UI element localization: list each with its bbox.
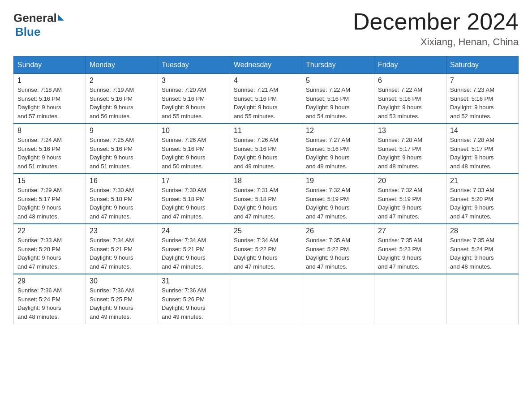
col-friday: Friday: [374, 56, 446, 74]
calendar-day-cell: 26Sunrise: 7:35 AMSunset: 5:22 PMDayligh…: [302, 224, 374, 274]
col-saturday: Saturday: [446, 56, 519, 74]
calendar-day-cell: 24Sunrise: 7:34 AMSunset: 5:21 PMDayligh…: [158, 224, 230, 274]
day-info: Sunrise: 7:23 AMSunset: 5:16 PMDaylight:…: [450, 86, 515, 120]
calendar-day-cell: 1Sunrise: 7:18 AMSunset: 5:16 PMDaylight…: [14, 74, 86, 124]
day-number: 17: [162, 177, 226, 185]
calendar-day-cell: 28Sunrise: 7:35 AMSunset: 5:24 PMDayligh…: [446, 224, 519, 274]
calendar-body: 1Sunrise: 7:18 AMSunset: 5:16 PMDaylight…: [14, 74, 519, 324]
day-number: 18: [234, 177, 298, 185]
day-number: 21: [450, 177, 515, 185]
day-info: Sunrise: 7:34 AMSunset: 5:21 PMDaylight:…: [90, 236, 154, 271]
calendar-day-cell: 12Sunrise: 7:27 AMSunset: 5:16 PMDayligh…: [302, 124, 374, 174]
calendar-day-cell: 19Sunrise: 7:32 AMSunset: 5:19 PMDayligh…: [302, 174, 374, 224]
day-info: Sunrise: 7:26 AMSunset: 5:16 PMDaylight:…: [162, 136, 226, 171]
calendar-day-cell: 22Sunrise: 7:33 AMSunset: 5:20 PMDayligh…: [14, 224, 86, 274]
day-number: 31: [162, 277, 226, 285]
day-number: 19: [306, 177, 370, 185]
day-info: Sunrise: 7:33 AMSunset: 5:20 PMDaylight:…: [17, 236, 82, 271]
calendar-day-cell: 3Sunrise: 7:20 AMSunset: 5:16 PMDaylight…: [158, 74, 230, 124]
calendar-day-cell: 17Sunrise: 7:30 AMSunset: 5:18 PMDayligh…: [158, 174, 230, 224]
calendar-table: Sunday Monday Tuesday Wednesday Thursday…: [13, 56, 519, 324]
day-number: 2: [90, 77, 154, 85]
day-number: 3: [162, 77, 226, 85]
day-number: 23: [90, 227, 154, 235]
day-number: 9: [90, 127, 154, 135]
day-number: 8: [17, 127, 82, 135]
day-number: 13: [378, 127, 442, 135]
calendar-day-cell: 5Sunrise: 7:22 AMSunset: 5:16 PMDaylight…: [302, 74, 374, 124]
day-number: 7: [450, 77, 515, 85]
col-monday: Monday: [86, 56, 158, 74]
calendar-day-cell: [374, 274, 446, 324]
calendar-week-row: 15Sunrise: 7:29 AMSunset: 5:17 PMDayligh…: [14, 174, 519, 224]
day-number: 11: [234, 127, 298, 135]
day-number: 27: [378, 227, 442, 235]
calendar-day-cell: 20Sunrise: 7:32 AMSunset: 5:19 PMDayligh…: [374, 174, 446, 224]
col-wednesday: Wednesday: [230, 56, 302, 74]
calendar-day-cell: 25Sunrise: 7:34 AMSunset: 5:22 PMDayligh…: [230, 224, 302, 274]
calendar-day-cell: 13Sunrise: 7:28 AMSunset: 5:17 PMDayligh…: [374, 124, 446, 174]
page-header: GeneralBlue December 2024 Xixiang, Henan…: [13, 9, 519, 48]
day-info: Sunrise: 7:34 AMSunset: 5:21 PMDaylight:…: [162, 236, 226, 271]
calendar-day-cell: 7Sunrise: 7:23 AMSunset: 5:16 PMDaylight…: [446, 74, 519, 124]
day-info: Sunrise: 7:33 AMSunset: 5:20 PMDaylight:…: [450, 186, 515, 221]
day-number: 30: [90, 277, 154, 285]
calendar-week-row: 1Sunrise: 7:18 AMSunset: 5:16 PMDaylight…: [14, 74, 519, 124]
calendar-day-cell: 23Sunrise: 7:34 AMSunset: 5:21 PMDayligh…: [86, 224, 158, 274]
day-number: 6: [378, 77, 442, 85]
day-info: Sunrise: 7:18 AMSunset: 5:16 PMDaylight:…: [17, 86, 82, 120]
day-info: Sunrise: 7:19 AMSunset: 5:16 PMDaylight:…: [90, 86, 154, 120]
calendar-day-cell: 27Sunrise: 7:35 AMSunset: 5:23 PMDayligh…: [374, 224, 446, 274]
calendar-day-cell: 9Sunrise: 7:25 AMSunset: 5:16 PMDaylight…: [86, 124, 158, 174]
calendar-day-cell: 31Sunrise: 7:36 AMSunset: 5:26 PMDayligh…: [158, 274, 230, 324]
calendar-day-cell: 4Sunrise: 7:21 AMSunset: 5:16 PMDaylight…: [230, 74, 302, 124]
calendar-day-cell: 2Sunrise: 7:19 AMSunset: 5:16 PMDaylight…: [86, 74, 158, 124]
calendar-day-cell: 11Sunrise: 7:26 AMSunset: 5:16 PMDayligh…: [230, 124, 302, 174]
day-number: 24: [162, 227, 226, 235]
logo-triangle-icon: [58, 14, 64, 21]
day-info: Sunrise: 7:31 AMSunset: 5:18 PMDaylight:…: [234, 186, 298, 221]
day-info: Sunrise: 7:32 AMSunset: 5:19 PMDaylight:…: [378, 186, 442, 221]
calendar-day-cell: 16Sunrise: 7:30 AMSunset: 5:18 PMDayligh…: [86, 174, 158, 224]
day-number: 5: [306, 77, 370, 85]
calendar-day-cell: [302, 274, 374, 324]
calendar-day-cell: 14Sunrise: 7:28 AMSunset: 5:17 PMDayligh…: [446, 124, 519, 174]
day-number: 15: [17, 177, 82, 185]
calendar-day-cell: [446, 274, 519, 324]
day-info: Sunrise: 7:26 AMSunset: 5:16 PMDaylight:…: [234, 136, 298, 171]
day-info: Sunrise: 7:35 AMSunset: 5:22 PMDaylight:…: [306, 236, 370, 271]
day-info: Sunrise: 7:35 AMSunset: 5:24 PMDaylight:…: [450, 236, 515, 271]
col-sunday: Sunday: [14, 56, 86, 74]
day-info: Sunrise: 7:21 AMSunset: 5:16 PMDaylight:…: [234, 86, 298, 120]
calendar-header: Sunday Monday Tuesday Wednesday Thursday…: [14, 56, 519, 74]
day-info: Sunrise: 7:29 AMSunset: 5:17 PMDaylight:…: [17, 186, 82, 221]
day-info: Sunrise: 7:34 AMSunset: 5:22 PMDaylight:…: [234, 236, 298, 271]
calendar-day-cell: 18Sunrise: 7:31 AMSunset: 5:18 PMDayligh…: [230, 174, 302, 224]
day-number: 12: [306, 127, 370, 135]
day-info: Sunrise: 7:30 AMSunset: 5:18 PMDaylight:…: [162, 186, 226, 221]
day-number: 22: [17, 227, 82, 235]
header-row: Sunday Monday Tuesday Wednesday Thursday…: [14, 56, 519, 74]
calendar-week-row: 29Sunrise: 7:36 AMSunset: 5:24 PMDayligh…: [14, 274, 519, 324]
calendar-day-cell: 6Sunrise: 7:22 AMSunset: 5:16 PMDaylight…: [374, 74, 446, 124]
calendar-week-row: 22Sunrise: 7:33 AMSunset: 5:20 PMDayligh…: [14, 224, 519, 274]
day-info: Sunrise: 7:35 AMSunset: 5:23 PMDaylight:…: [378, 236, 442, 271]
day-number: 20: [378, 177, 442, 185]
day-number: 26: [306, 227, 370, 235]
logo-text-general: General: [13, 11, 57, 25]
day-number: 28: [450, 227, 515, 235]
col-thursday: Thursday: [302, 56, 374, 74]
logo-text-blue: Blue: [15, 25, 40, 39]
day-info: Sunrise: 7:32 AMSunset: 5:19 PMDaylight:…: [306, 186, 370, 221]
day-number: 4: [234, 77, 298, 85]
day-info: Sunrise: 7:20 AMSunset: 5:16 PMDaylight:…: [162, 86, 226, 120]
calendar-week-row: 8Sunrise: 7:24 AMSunset: 5:16 PMDaylight…: [14, 124, 519, 174]
calendar-day-cell: 15Sunrise: 7:29 AMSunset: 5:17 PMDayligh…: [14, 174, 86, 224]
day-info: Sunrise: 7:28 AMSunset: 5:17 PMDaylight:…: [450, 136, 515, 171]
day-number: 14: [450, 127, 515, 135]
calendar-day-cell: 30Sunrise: 7:36 AMSunset: 5:25 PMDayligh…: [86, 274, 158, 324]
day-info: Sunrise: 7:36 AMSunset: 5:26 PMDaylight:…: [162, 286, 226, 321]
day-info: Sunrise: 7:24 AMSunset: 5:16 PMDaylight:…: [17, 136, 82, 171]
day-info: Sunrise: 7:30 AMSunset: 5:18 PMDaylight:…: [90, 186, 154, 221]
col-tuesday: Tuesday: [158, 56, 230, 74]
